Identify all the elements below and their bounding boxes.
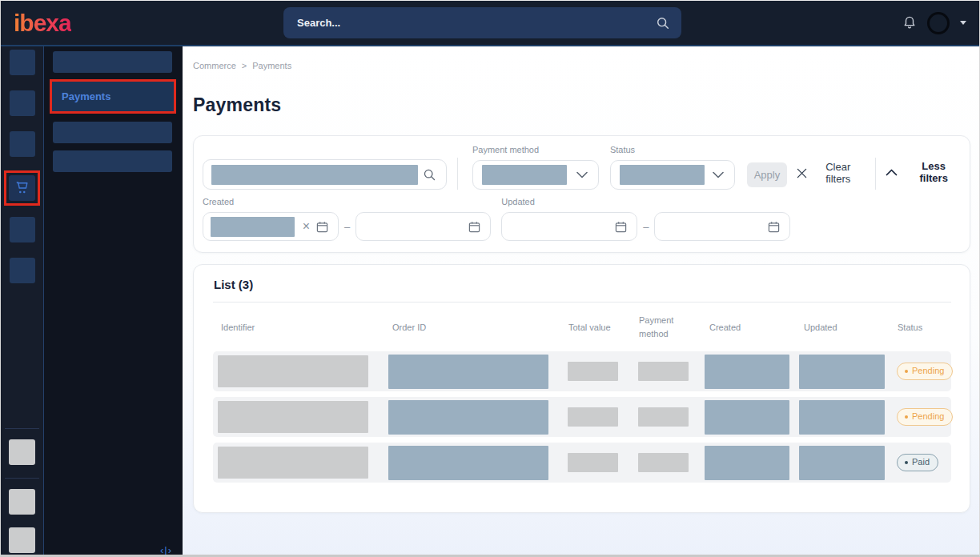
- redacted-total-value: [568, 407, 618, 427]
- filters-card: Payment method Status: [193, 135, 970, 253]
- redacted-payment-method-value: [482, 165, 567, 185]
- rail-nav-item-5[interactable]: [10, 217, 35, 242]
- redacted-created-value: [705, 400, 789, 435]
- less-filters-label: Less filters: [909, 160, 958, 184]
- active-menu-highlight-frame: Payments: [50, 79, 176, 114]
- sidebar-collapse-icon[interactable]: ‹|›: [160, 544, 172, 556]
- redacted-order-id-value: [388, 446, 548, 480]
- status-select[interactable]: [610, 160, 735, 190]
- rail-nav-item-6[interactable]: [10, 258, 35, 283]
- sidebar-menu-item-3[interactable]: [53, 122, 172, 143]
- breadcrumb-payments: Payments: [252, 61, 291, 70]
- column-header-updated: Updated: [796, 323, 890, 332]
- rail-nav-item-2[interactable]: [10, 90, 35, 116]
- redacted-total-value: [568, 453, 618, 472]
- redacted-updated-value: [799, 355, 885, 389]
- user-menu-caret-icon[interactable]: [960, 21, 966, 25]
- rail-bottom-item-2[interactable]: [9, 489, 35, 515]
- column-header-total-value: Total value: [560, 323, 631, 332]
- user-avatar[interactable]: [927, 12, 950, 34]
- rail-nav-item-commerce[interactable]: [9, 175, 35, 201]
- close-icon: [797, 168, 807, 178]
- calendar-icon: [316, 221, 328, 233]
- sidebar-menu-item-4[interactable]: [53, 150, 172, 172]
- payment-method-select[interactable]: [472, 160, 599, 190]
- status-badge-label: Pending: [912, 366, 944, 376]
- status-filter-group: Status: [610, 145, 735, 190]
- clear-filters-label: Clear filters: [814, 161, 862, 185]
- redacted-payment-method-value: [638, 407, 689, 427]
- chevron-down-icon: [713, 171, 724, 178]
- main-content: Commerce > Payments Payments: [183, 46, 979, 557]
- column-header-identifier: Identifier: [213, 323, 384, 332]
- shopping-cart-icon: [14, 181, 30, 196]
- rail-nav-item-1[interactable]: [10, 50, 35, 75]
- date-range-separator: –: [344, 221, 350, 233]
- rail-nav-item-3[interactable]: [10, 131, 35, 157]
- redacted-payment-method-value: [638, 362, 689, 381]
- updated-to-date-input[interactable]: [654, 212, 790, 241]
- status-badge: Pending: [897, 363, 953, 380]
- rail-bottom-item-3[interactable]: [9, 527, 35, 553]
- icon-rail-sidebar: [1, 46, 44, 557]
- chevron-up-icon: [886, 169, 898, 176]
- payment-method-label: Payment method: [472, 145, 599, 154]
- breadcrumb-separator: >: [242, 61, 247, 70]
- filter-search-input[interactable]: [203, 159, 447, 190]
- updated-label: Updated: [501, 197, 790, 206]
- breadcrumb: Commerce > Payments: [193, 61, 970, 70]
- created-filter-group: Created × –: [203, 197, 491, 241]
- redacted-status-value: [620, 165, 705, 185]
- sidebar-menu-item-1[interactable]: [53, 51, 172, 73]
- search-icon: [656, 16, 670, 30]
- active-nav-highlight-frame: [4, 170, 40, 206]
- payment-method-filter-group: Payment method: [472, 145, 599, 190]
- redacted-updated-value: [799, 400, 885, 435]
- search-icon: [423, 168, 436, 182]
- less-filters-toggle[interactable]: Less filters: [886, 160, 958, 184]
- table-row[interactable]: Pending: [213, 397, 951, 437]
- filter-search-group: [203, 159, 447, 190]
- date-range-separator: –: [643, 221, 649, 233]
- updated-filter-group: Updated –: [501, 197, 790, 241]
- status-label: Status: [610, 145, 735, 154]
- status-badge-label: Paid: [912, 457, 930, 467]
- column-header-created: Created: [701, 323, 796, 332]
- table-row[interactable]: Paid: [213, 443, 951, 483]
- global-search-input[interactable]: Search...: [283, 7, 681, 38]
- table-row[interactable]: Pending: [213, 351, 951, 391]
- rail-divider: [5, 428, 39, 429]
- clear-date-icon[interactable]: ×: [303, 219, 310, 234]
- ibexa-logo: ibexa: [14, 11, 71, 35]
- redacted-order-id-value: [388, 400, 548, 435]
- redacted-payment-method-value: [638, 453, 689, 472]
- notification-bell-icon[interactable]: [902, 15, 917, 30]
- filter-divider: [875, 158, 876, 190]
- redacted-identifier-value: [218, 355, 368, 387]
- status-dot-icon: [905, 415, 908, 419]
- status-dot-icon: [905, 370, 908, 373]
- redacted-identifier-value: [218, 447, 368, 479]
- redacted-created-from-value: [211, 217, 295, 237]
- apply-button[interactable]: Apply: [747, 162, 787, 187]
- redacted-created-value: [705, 446, 789, 480]
- rail-divider: [5, 478, 39, 479]
- created-to-date-input[interactable]: [355, 212, 491, 241]
- column-header-payment-method: Payment method: [631, 314, 687, 340]
- secondary-sidebar: Payments ‹|›: [44, 46, 183, 557]
- topbar: ibexa Search...: [1, 1, 979, 45]
- clear-filters-button[interactable]: Clear filters: [797, 161, 862, 185]
- status-badge: Pending: [897, 408, 953, 426]
- breadcrumb-commerce[interactable]: Commerce: [193, 61, 236, 70]
- rail-bottom-item-1[interactable]: [9, 439, 35, 465]
- sidebar-item-payments-label: Payments: [62, 90, 110, 102]
- sidebar-item-payments[interactable]: Payments: [52, 82, 174, 111]
- topbar-actions: [902, 12, 966, 34]
- column-header-order-id: Order ID: [384, 323, 560, 332]
- status-badge-label: Pending: [912, 411, 944, 422]
- calendar-icon: [768, 221, 780, 233]
- created-from-date-input[interactable]: ×: [203, 212, 339, 241]
- table-header-row: Identifier Order ID Total value Payment …: [213, 303, 951, 351]
- calendar-icon: [615, 221, 627, 233]
- updated-from-date-input[interactable]: [501, 212, 637, 241]
